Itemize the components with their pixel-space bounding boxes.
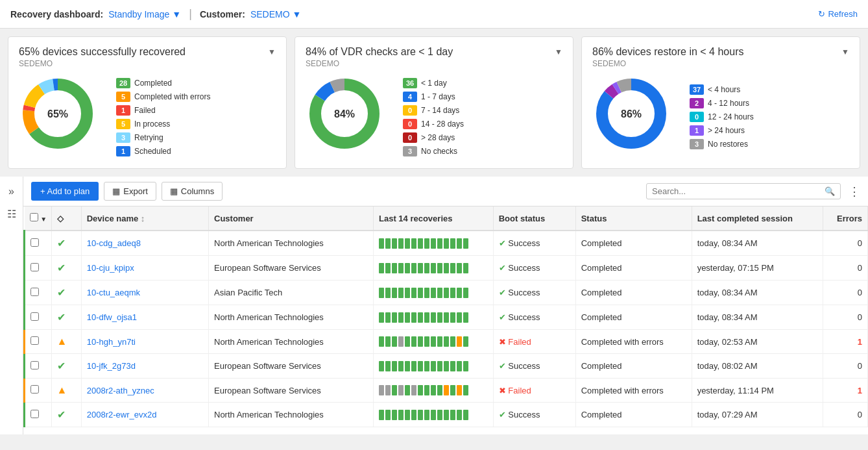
recovery-bar (437, 385, 442, 395)
legend-item: 41 - 7 days (403, 92, 464, 102)
row-checkbox[interactable] (30, 312, 39, 321)
legend-label: Completed with errors (134, 92, 210, 101)
recovery-bar (431, 361, 436, 371)
dashboard-chevron-icon: ▼ (172, 9, 181, 19)
row-checkbox[interactable] (30, 361, 39, 369)
header-title: Recovery dashboard: (10, 9, 103, 19)
recovery-bar (463, 263, 468, 273)
row-status-icon-cell: ✔ (51, 354, 81, 379)
card-chevron-2[interactable]: ▼ (555, 47, 562, 56)
add-to-plan-button[interactable]: + Add to plan (31, 182, 99, 201)
row-checkbox[interactable] (30, 410, 39, 418)
search-input[interactable] (652, 186, 825, 196)
select-all-checkbox[interactable] (30, 213, 38, 221)
device-link[interactable]: 10-dfw_ojsa1 (87, 312, 137, 322)
recovery-bar (398, 336, 404, 347)
legend-badge: 0 (403, 105, 417, 116)
row-checkbox[interactable] (30, 385, 39, 394)
card-chevron-3[interactable]: ▼ (841, 47, 849, 56)
row-boot-cell: ✔ Success (493, 231, 575, 256)
th-device-sort-icon[interactable]: ↕ (141, 214, 145, 223)
sidebar-expand-icon[interactable]: » (6, 183, 17, 200)
row-errors-cell: 0 (823, 256, 867, 281)
device-link[interactable]: 10-cju_kpipx (87, 263, 134, 273)
recovery-bar (385, 336, 391, 347)
recovery-bar (418, 385, 423, 395)
card-title-3: 86% devices restore in < 4 hours▼ (592, 46, 849, 58)
device-link[interactable]: 10-jfk_2g73d (87, 361, 136, 371)
row-checkbox-cell (25, 330, 52, 354)
errors-count: 0 (858, 263, 862, 273)
boot-status-label: Success (508, 288, 540, 297)
th-device-label: Device name (87, 214, 139, 223)
th-device-name[interactable]: Device name ↕ (81, 206, 208, 231)
device-link[interactable]: 2008r2-ewr_evx2d (87, 410, 157, 419)
recovery-bar (463, 361, 468, 371)
legend-badge: 1 (116, 146, 130, 156)
row-device-cell: 2008r2-ath_yznec (81, 379, 208, 403)
legend-badge: 0 (403, 119, 417, 129)
card-subtitle-3: SEDEMO (592, 59, 849, 68)
recovery-bar (379, 410, 384, 420)
row-session-cell: yesterday, 11:14 PM (692, 379, 823, 403)
main-area: » ☷ + Add to plan ▦ Export ▦ Columns 🔍 ⋮ (0, 177, 868, 434)
recovery-bar (385, 312, 391, 323)
row-recoveries-cell (373, 305, 493, 330)
card-chevron-1[interactable]: ▼ (268, 47, 276, 56)
device-link[interactable]: 10-cdg_adeq8 (87, 238, 141, 248)
row-session-cell: today, 08:34 AM (692, 281, 823, 305)
row-checkbox[interactable] (30, 263, 39, 271)
recovery-bar (385, 238, 391, 249)
row-errors-cell: 0 (823, 354, 867, 379)
dashboard-type-link[interactable]: Standby Image ▼ (108, 9, 181, 19)
row-checkbox[interactable] (30, 288, 39, 296)
recovery-bar (424, 288, 429, 298)
recovery-bar (411, 312, 416, 323)
device-link[interactable]: 2008r2-ath_yznec (87, 386, 154, 395)
row-checkbox-cell (25, 256, 52, 281)
row-customer-cell: North American Technologies (209, 403, 374, 427)
donut-chart-1: 65% (19, 75, 103, 159)
recovery-bar (411, 288, 416, 298)
device-link[interactable]: 10-ctu_aeqmk (87, 288, 140, 297)
sidebar-filter-icon[interactable]: ☷ (5, 205, 19, 223)
recovery-bar (444, 336, 449, 347)
th-boot-label: Boot status (499, 214, 546, 223)
recovery-bar (463, 312, 468, 323)
th-select-all[interactable]: ▼ (25, 206, 52, 231)
customer-chevron-icon: ▼ (293, 9, 302, 19)
th-check-chevron[interactable]: ▼ (40, 216, 47, 223)
table-row: ▲2008r2-ath_yznecEuropean Software Servi… (25, 379, 868, 403)
customer-selector[interactable]: SEDEMO ▼ (250, 9, 302, 19)
recovery-bar (379, 312, 384, 323)
recovery-bar (457, 312, 462, 323)
more-options-icon[interactable]: ⋮ (849, 184, 860, 199)
refresh-label: Refresh (828, 9, 858, 19)
sort-icon[interactable]: ◇ (57, 214, 64, 223)
row-session-cell: yesterday, 07:15 PM (692, 256, 823, 281)
recovery-bar (398, 263, 404, 273)
legend-badge: 28 (116, 78, 130, 88)
recovery-bar (444, 410, 449, 420)
search-icon: 🔍 (825, 186, 835, 196)
th-customer-label: Customer (214, 214, 254, 223)
recovery-bar (405, 312, 410, 323)
row-device-cell: 10-hgh_yn7ti (81, 330, 208, 354)
row-session-cell: today, 08:02 AM (692, 354, 823, 379)
row-checkbox[interactable] (30, 336, 39, 345)
row-checkbox[interactable] (30, 238, 39, 247)
recovery-bar (450, 410, 455, 420)
search-box[interactable]: 🔍 (646, 183, 841, 199)
recovery-bar (463, 385, 468, 395)
legend-label: Retrying (134, 133, 163, 142)
device-link[interactable]: 10-hgh_yn7ti (87, 337, 136, 347)
recovery-bar (385, 263, 391, 273)
recovery-bar (398, 288, 404, 298)
boot-status-label: Success (508, 263, 540, 273)
export-button[interactable]: ▦ Export (104, 182, 156, 201)
recovery-bar (411, 361, 416, 371)
ok-icon: ✔ (57, 312, 66, 323)
columns-button[interactable]: ▦ Columns (162, 182, 223, 201)
recovery-bar (411, 336, 416, 347)
refresh-button[interactable]: ↻ Refresh (818, 9, 858, 19)
